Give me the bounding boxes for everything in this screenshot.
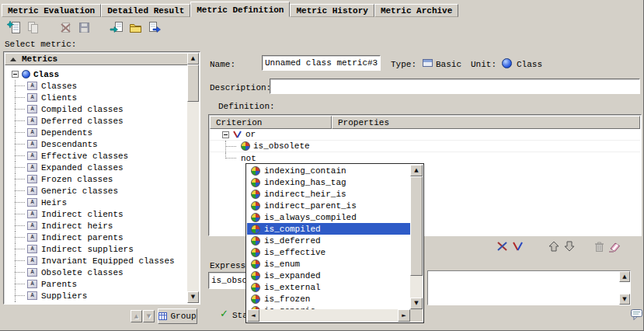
tree-item[interactable]: Heirs (5, 197, 187, 208)
tree-item[interactable]: Obsolete classes (5, 267, 187, 278)
tree-item[interactable]: Expanded classes (5, 162, 187, 173)
tree-item[interactable]: Parents (5, 278, 187, 290)
criterion-icon (251, 236, 260, 246)
scroll-down-icon[interactable]: ▼ (619, 294, 630, 305)
scroll-right-icon[interactable]: ► (398, 309, 410, 322)
criterion-row-not[interactable]: not (210, 152, 640, 164)
dropdown-item[interactable]: indexing_has_tag (247, 176, 410, 188)
scroll-down-icon[interactable]: ▼ (187, 291, 199, 303)
column-header-properties[interactable]: Properties (332, 116, 640, 129)
description-input[interactable] (270, 78, 640, 94)
save-metric-icon[interactable] (76, 19, 92, 35)
dropdown-item[interactable]: is_effective (247, 246, 410, 258)
group-button[interactable]: Group (158, 308, 197, 324)
tree-item-clipped[interactable] (5, 301, 187, 303)
and-operator-icon[interactable] (496, 239, 509, 253)
new-metric-icon[interactable] (6, 19, 22, 35)
or-operator-icon[interactable] (511, 239, 524, 253)
move-criterion-up-icon[interactable] (547, 239, 560, 253)
select-metric-label: Select metric: (5, 40, 76, 49)
tree-item[interactable]: Invariant Equipped classes (5, 255, 187, 267)
status-message-box[interactable]: ▲ ▼ (427, 270, 631, 305)
scroll-up-icon[interactable]: ▲ (187, 53, 199, 64)
metric-icon (27, 198, 37, 207)
tab-metric-archive[interactable]: Metric Archive (374, 4, 458, 17)
collapse-icon[interactable] (222, 131, 229, 138)
move-criterion-down-icon[interactable] (562, 239, 576, 253)
metric-icon (27, 256, 37, 265)
open-folder-icon[interactable] (127, 19, 143, 35)
dropdown-item[interactable]: indexing_contain (247, 165, 410, 176)
criterion-row-or[interactable]: or (210, 129, 640, 141)
tree-item[interactable]: Effective classes (5, 150, 187, 162)
criterion-icon (251, 178, 260, 187)
tree-item[interactable]: Suppliers (5, 290, 187, 301)
sort-ascending-icon (10, 57, 16, 61)
criterion-row-is-obsolete[interactable]: is_obsolete (210, 141, 640, 152)
tree-item[interactable]: Indirect parents (5, 232, 187, 243)
collapse-icon[interactable] (12, 71, 19, 78)
tree-item[interactable]: Dependents (5, 127, 187, 138)
tree-item[interactable]: Indirect suppliers (5, 243, 187, 255)
tree-item[interactable]: Generic classes (5, 185, 187, 197)
tree-item[interactable]: Classes (5, 80, 187, 92)
criterion-icon (251, 201, 260, 211)
tree-item-class-root[interactable]: Class (5, 68, 187, 80)
tree-item[interactable]: Indirect clients (5, 208, 187, 220)
tree-item[interactable]: Compiled classes (5, 103, 187, 115)
tab-metric-evaluation[interactable]: Metric Evaluation (2, 4, 101, 17)
tab-metric-definition[interactable]: Metric Definition (190, 2, 290, 17)
dropdown-item-selected[interactable]: is_compiled (247, 223, 410, 235)
dropdown-horizontal-scrollbar[interactable]: ◄ ► (247, 309, 410, 322)
metric-name-input[interactable] (262, 55, 381, 71)
criterion-icon (241, 141, 250, 151)
scroll-left-icon[interactable]: ◄ (247, 309, 259, 322)
scrollbar-thumb[interactable] (410, 176, 423, 276)
erase-criterion-icon[interactable] (607, 239, 621, 253)
export-metric-icon[interactable] (146, 19, 162, 35)
metric-toolbar (6, 19, 165, 36)
metric-icon (27, 82, 37, 90)
tab-detailed-result[interactable]: Detailed Result (101, 4, 190, 17)
scroll-up-icon[interactable]: ▲ (619, 271, 630, 282)
import-metrics-icon[interactable] (109, 19, 124, 35)
metric-icon (27, 152, 37, 160)
delete-metric-icon[interactable] (57, 19, 73, 35)
tree-item[interactable]: Indirect heirs (5, 220, 187, 232)
comment-balloon-icon[interactable] (630, 308, 643, 323)
metric-icon (27, 163, 37, 172)
metric-tree-header[interactable]: Metrics (5, 53, 189, 65)
dropdown-item[interactable]: is_external (247, 281, 410, 293)
column-header-criterion[interactable]: Criterion (210, 116, 332, 129)
metric-icon (27, 117, 37, 125)
criterion-icon (251, 166, 260, 176)
metric-tree-header-label: Metrics (22, 54, 57, 64)
tree-item[interactable]: Deferred classes (5, 115, 187, 127)
dropdown-item[interactable]: is_expanded (247, 270, 410, 281)
metric-icon (27, 93, 37, 102)
type-label: Type: (391, 60, 416, 69)
delete-criterion-icon[interactable] (592, 239, 605, 253)
scroll-up-icon[interactable]: ▲ (410, 165, 423, 176)
group-button-label: Group (170, 312, 196, 321)
scrollbar-thumb[interactable] (187, 64, 199, 102)
criterion-icon (251, 294, 260, 304)
tree-vertical-scrollbar[interactable]: ▲ ▼ (187, 53, 199, 303)
move-metric-down-icon[interactable]: ▼ (143, 310, 155, 322)
dropdown-item[interactable]: is_enum (247, 258, 410, 270)
tree-item[interactable]: Clients (5, 92, 187, 103)
tree-item[interactable]: Descendants (5, 138, 187, 150)
dropdown-item[interactable]: is_frozen (247, 293, 410, 305)
move-metric-up-icon[interactable]: ▲ (131, 310, 142, 322)
dropdown-item[interactable]: is_deferred (247, 235, 410, 246)
scroll-down-icon[interactable]: ▼ (410, 298, 423, 309)
dropdown-item[interactable]: is_always_compiled (247, 211, 410, 223)
dropdown-item[interactable]: indirect_parent_is (247, 200, 410, 211)
dropdown-vertical-scrollbar[interactable]: ▲ ▼ (410, 165, 423, 309)
tab-bar: Metric Evaluation Detailed Result Metric… (2, 2, 458, 17)
tab-metric-history[interactable]: Metric History (290, 4, 374, 17)
dropdown-item[interactable]: indirect_heir_is (247, 188, 410, 200)
copy-metric-icon[interactable] (25, 19, 40, 35)
tree-item[interactable]: Frozen classes (5, 173, 187, 185)
metric-tree-panel: Metrics ▲ ▼ Class Classes Clients Compil… (3, 51, 200, 305)
